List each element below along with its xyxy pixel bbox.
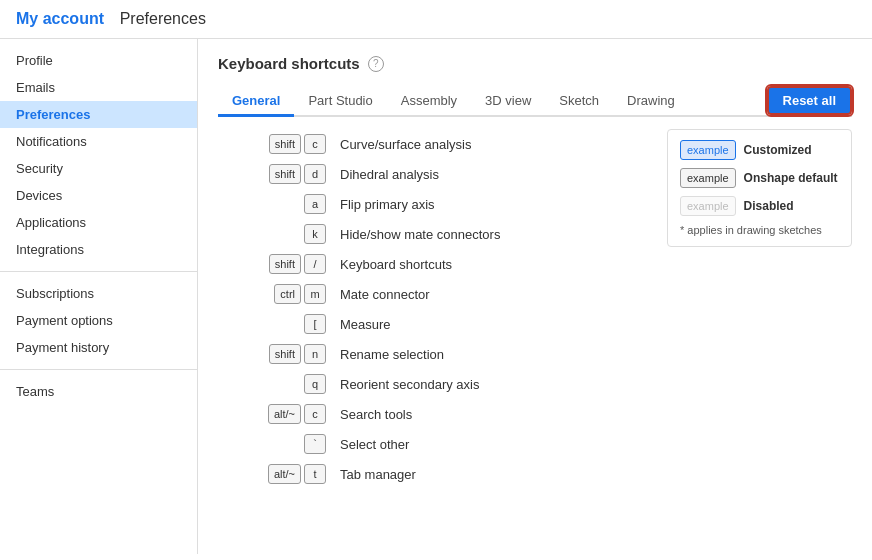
legend-box: example Customized example Onshape defau… [667, 129, 852, 247]
key-q: q [304, 374, 326, 394]
key-group: q [226, 374, 326, 394]
legend-row-customized: example Customized [680, 140, 839, 160]
key-group: shift / [226, 254, 326, 274]
sidebar-item-security[interactable]: Security [0, 155, 197, 182]
key-group: alt/~ c [226, 404, 326, 424]
key-shift: shift [269, 134, 301, 154]
shortcut-row: alt/~ t Tab manager [218, 459, 651, 489]
section-header: Keyboard shortcuts ? [218, 55, 852, 72]
tab-sketch[interactable]: Sketch [545, 87, 613, 117]
header-separator [110, 12, 114, 27]
key-group: ctrl m [226, 284, 326, 304]
shortcut-label: Rename selection [340, 347, 444, 362]
sidebar-item-integrations[interactable]: Integrations [0, 236, 197, 263]
sidebar-item-subscriptions[interactable]: Subscriptions [0, 280, 197, 307]
sidebar-item-notifications[interactable]: Notifications [0, 128, 197, 155]
shortcut-row: a Flip primary axis [218, 189, 651, 219]
shortcut-label: Measure [340, 317, 391, 332]
legend-key-disabled: example [680, 196, 736, 216]
shortcut-label: Reorient secondary axis [340, 377, 479, 392]
key-group: alt/~ t [226, 464, 326, 484]
key-group: shift n [226, 344, 326, 364]
legend-label-default: Onshape default [744, 171, 838, 185]
shortcut-label: Dihedral analysis [340, 167, 439, 182]
shortcuts-area: shift c Curve/surface analysis shift d D… [218, 129, 852, 522]
section-title: Keyboard shortcuts [218, 55, 360, 72]
shortcut-row: [ Measure [218, 309, 651, 339]
sidebar-item-emails[interactable]: Emails [0, 74, 197, 101]
key-group: ` [226, 434, 326, 454]
header-preferences-label: Preferences [120, 10, 206, 28]
sidebar-item-payment-history[interactable]: Payment history [0, 334, 197, 361]
sidebar-item-preferences[interactable]: Preferences [0, 101, 197, 128]
tab-drawing[interactable]: Drawing [613, 87, 689, 117]
key-t: t [304, 464, 326, 484]
shortcuts-list[interactable]: shift c Curve/surface analysis shift d D… [218, 129, 651, 519]
tab-assembly[interactable]: Assembly [387, 87, 471, 117]
key-a: a [304, 194, 326, 214]
key-n: n [304, 344, 326, 364]
tabs-row: General Part Studio Assembly 3D view Ske… [218, 86, 852, 117]
key-group: shift c [226, 134, 326, 154]
tab-part-studio[interactable]: Part Studio [294, 87, 386, 117]
main-content: Keyboard shortcuts ? General Part Studio… [198, 39, 872, 554]
key-c: c [304, 134, 326, 154]
legend-key-customized: example [680, 140, 736, 160]
shortcut-label: Select other [340, 437, 409, 452]
reset-all-button[interactable]: Reset all [767, 86, 852, 115]
sidebar-item-applications[interactable]: Applications [0, 209, 197, 236]
tab-general[interactable]: General [218, 87, 294, 117]
header: My account Preferences [0, 0, 872, 39]
sidebar-item-payment-options[interactable]: Payment options [0, 307, 197, 334]
shortcut-label: Flip primary axis [340, 197, 435, 212]
shortcut-row: shift n Rename selection [218, 339, 651, 369]
legend-label-customized: Customized [744, 143, 812, 157]
key-shift: shift [269, 254, 301, 274]
myaccount-link[interactable]: My account [16, 10, 104, 28]
shortcut-row: ctrl m Mate connector [218, 279, 651, 309]
key-group: a [226, 194, 326, 214]
shortcut-label: Keyboard shortcuts [340, 257, 452, 272]
key-k: k [304, 224, 326, 244]
shortcut-row: k Hide/show mate connectors [218, 219, 651, 249]
sidebar-item-teams[interactable]: Teams [0, 378, 197, 405]
shortcut-label: Hide/show mate connectors [340, 227, 500, 242]
shortcut-label: Curve/surface analysis [340, 137, 472, 152]
shortcut-label: Mate connector [340, 287, 430, 302]
sidebar-divider-2 [0, 369, 197, 370]
legend-key-default: example [680, 168, 736, 188]
legend-row-default: example Onshape default [680, 168, 839, 188]
legend-note: * applies in drawing sketches [680, 224, 839, 236]
key-alt: alt/~ [268, 404, 301, 424]
shortcut-row: ` Select other [218, 429, 651, 459]
key-c: c [304, 404, 326, 424]
key-ctrl: ctrl [274, 284, 301, 304]
key-group: shift d [226, 164, 326, 184]
help-icon[interactable]: ? [368, 56, 384, 72]
key-d: d [304, 164, 326, 184]
legend-row-disabled: example Disabled [680, 196, 839, 216]
sidebar-item-profile[interactable]: Profile [0, 47, 197, 74]
key-shift: shift [269, 344, 301, 364]
key-backtick: ` [304, 434, 326, 454]
key-slash: / [304, 254, 326, 274]
legend-label-disabled: Disabled [744, 199, 794, 213]
key-shift: shift [269, 164, 301, 184]
key-group: k [226, 224, 326, 244]
shortcut-row: shift c Curve/surface analysis [218, 129, 651, 159]
key-bracket: [ [304, 314, 326, 334]
key-m: m [304, 284, 326, 304]
layout: Profile Emails Preferences Notifications… [0, 39, 872, 554]
shortcut-row: shift d Dihedral analysis [218, 159, 651, 189]
tab-3d-view[interactable]: 3D view [471, 87, 545, 117]
sidebar-divider-1 [0, 271, 197, 272]
shortcut-label: Search tools [340, 407, 412, 422]
shortcut-label: Tab manager [340, 467, 416, 482]
key-group: [ [226, 314, 326, 334]
sidebar-item-devices[interactable]: Devices [0, 182, 197, 209]
shortcut-row: q Reorient secondary axis [218, 369, 651, 399]
sidebar: Profile Emails Preferences Notifications… [0, 39, 198, 554]
shortcut-row: shift / Keyboard shortcuts [218, 249, 651, 279]
key-alt2: alt/~ [268, 464, 301, 484]
shortcut-row: alt/~ c Search tools [218, 399, 651, 429]
